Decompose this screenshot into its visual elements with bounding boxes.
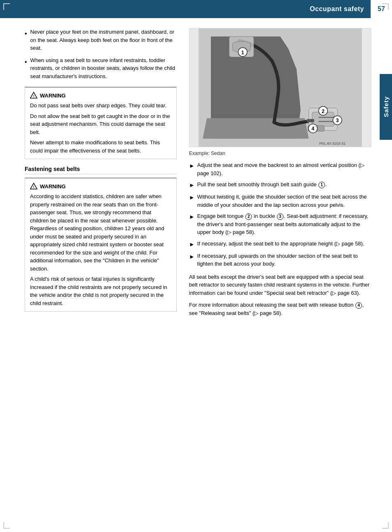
- warning-header-1: ! WARNING: [30, 92, 171, 99]
- svg-text:!: !: [33, 185, 35, 189]
- arrow-icon-6: ►: [189, 252, 195, 261]
- corner-tl: [3, 3, 10, 10]
- circle-2: 2: [245, 213, 252, 220]
- arrow-icon-3: ►: [189, 193, 195, 202]
- warning-text-1b: Do not allow the seat belt to get caught…: [30, 112, 171, 136]
- warning-text-1a: Do not pass seat belts over sharp edges.…: [30, 102, 171, 110]
- bullet-text-1: Never place your feet on the instrument …: [30, 28, 177, 52]
- arrow-icon-2: ►: [189, 181, 195, 190]
- list-item: • When using a seat belt to secure infan…: [25, 56, 177, 81]
- warning-triangle-icon: !: [30, 92, 37, 99]
- svg-text:3: 3: [336, 118, 339, 123]
- right-column: 1 2 3 4 P91.40-3103-31 Example: Sedan: [189, 28, 371, 321]
- warning-label-2: WARNING: [40, 183, 66, 190]
- warning-header-2: ! WARNING: [30, 183, 171, 190]
- bullet-dot: •: [25, 57, 27, 67]
- content-area: • Never place your feet on the instrumen…: [0, 18, 392, 329]
- bullet-text-2: When using a seat belt to secure infant …: [30, 56, 177, 81]
- page-number: 57: [371, 0, 392, 18]
- step-1: Adjust the seat and move the backrest to…: [197, 161, 371, 177]
- list-item: ► Without twisting it, guide the shoulde…: [189, 193, 371, 209]
- warning-box-1: ! WARNING Do not pass seat belts over sh…: [25, 87, 177, 159]
- list-item: ► Adjust the seat and move the backrest …: [189, 161, 371, 177]
- header-title-area: Occupant safety 57: [310, 0, 392, 18]
- list-item: ► If necessary, pull upwards on the shou…: [189, 252, 371, 268]
- svg-text:4: 4: [311, 126, 314, 132]
- arrow-icon-1: ►: [189, 162, 195, 170]
- arrow-icon-4: ►: [189, 213, 195, 221]
- list-item: ► If necessary, adjust the seat belt to …: [189, 240, 371, 249]
- warning-text-2b: A child's risk of serious or fatal injur…: [30, 275, 171, 307]
- step-6: If necessary, pull upwards on the should…: [197, 252, 371, 268]
- svg-text:!: !: [33, 95, 35, 98]
- header-bar: Occupant safety 57: [0, 0, 392, 18]
- bullet-list: • Never place your feet on the instrumen…: [25, 28, 177, 80]
- steps-list: ► Adjust the seat and move the backrest …: [189, 161, 371, 268]
- seat-belt-svg: 1 2 3 4 P91.40-3103-31: [189, 28, 371, 147]
- step-3: Without twisting it, guide the shoulder …: [197, 193, 371, 209]
- svg-text:1: 1: [241, 50, 244, 56]
- circle-3: 3: [277, 213, 284, 220]
- body-paragraph-2: For more information about releasing the…: [189, 301, 371, 317]
- seat-belt-image: 1 2 3 4 P91.40-3103-31: [189, 28, 371, 147]
- warning-label-1: WARNING: [40, 93, 66, 99]
- svg-rect-6: [307, 119, 314, 122]
- svg-text:P91.40-3103-31: P91.40-3103-31: [319, 141, 346, 146]
- header-title: Occupant safety: [310, 5, 371, 13]
- image-caption: Example: Sedan: [189, 150, 371, 156]
- list-item: • Never place your feet on the instrumen…: [25, 28, 177, 52]
- corner-br: [382, 522, 389, 529]
- step-4: Engage belt tongue 2 in buckle 3. Seat-b…: [197, 212, 371, 236]
- circle-4: 4: [355, 302, 362, 309]
- bullet-dot: •: [25, 29, 27, 39]
- list-item: ► Engage belt tongue 2 in buckle 3. Seat…: [189, 212, 371, 236]
- step-2: Pull the seat belt smoothly through belt…: [197, 180, 327, 189]
- side-tab-label: Safety: [383, 96, 390, 117]
- warning-text-1c: Never attempt to make modifications to s…: [30, 139, 171, 155]
- list-item: ► Pull the seat belt smoothly through be…: [189, 180, 371, 190]
- side-tab: Safety: [380, 74, 392, 140]
- circle-1: 1: [318, 182, 325, 188]
- section-heading: Fastening seat belts: [25, 166, 177, 174]
- corner-tr: [382, 3, 389, 10]
- warning-box-2: ! WARNING According to accident statisti…: [25, 178, 177, 312]
- step-5: If necessary, adjust the seat belt to th…: [197, 240, 364, 248]
- left-column: • Never place your feet on the instrumen…: [25, 28, 177, 321]
- svg-text:2: 2: [322, 109, 325, 114]
- corner-bl: [3, 522, 10, 529]
- warning-text-2a: According to accident statistics, childr…: [30, 192, 171, 273]
- body-paragraph-1: All seat belts except the driver's seat …: [189, 273, 371, 297]
- page-container: Occupant safety 57 Safety • Never place …: [0, 0, 392, 532]
- warning-triangle-icon-2: !: [30, 183, 37, 190]
- arrow-icon-5: ►: [189, 240, 195, 249]
